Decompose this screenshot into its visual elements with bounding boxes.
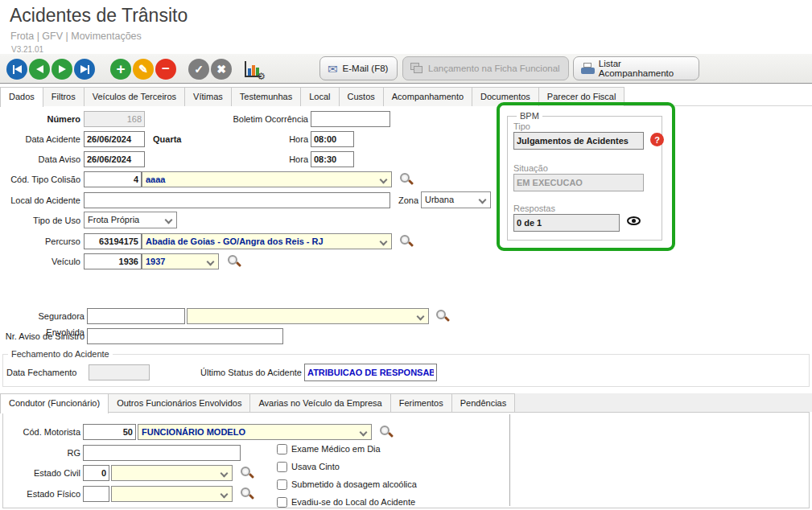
previous-record-button[interactable] [29,59,50,80]
cancel-button[interactable]: ✖ [211,59,232,80]
accident-window: Acidentes de Trânsito Frota | GFV | Movi… [0,0,812,510]
eye-icon[interactable] [627,216,641,225]
last-record-button[interactable] [74,59,95,80]
hora-aviso-label: Hora [241,151,308,167]
percurso-code-field[interactable] [84,233,142,249]
percurso-search-icon[interactable] [399,234,414,249]
bpm-situacao-field [513,174,644,191]
checkbox-label: Exame Médico em Dia [291,444,381,454]
confirm-button[interactable]: ✓ [188,59,209,80]
main-tab-strip: Dados Filtros Veículos de Terceiros Víti… [0,87,812,106]
tab-filtros[interactable]: Filtros [43,87,84,106]
rg-field[interactable] [83,445,241,461]
seguradora-search-icon[interactable] [435,309,450,323]
usava-cinto-checkbox[interactable] [277,462,287,472]
checkbox-evadiu-local[interactable]: Evadiu-se do Local do Acidente [277,496,415,508]
seguradora-code-field[interactable] [87,308,185,324]
email-button-label: E-Mail (F8) [343,64,389,73]
veiculo-search-icon[interactable] [227,254,241,269]
motorista-label: Cód. Motorista [0,424,80,440]
zona-select[interactable]: Urbana [421,191,491,208]
first-record-button[interactable] [6,59,27,80]
ultimo-status-label: Último Status do Acidente [185,364,302,380]
tab-testemunhas[interactable]: Testemunhas [231,87,301,106]
bpm-respostas-label: Respostas [513,204,555,213]
delete-button[interactable]: − [155,59,176,80]
next-record-button[interactable] [52,59,72,80]
checkbox-usava-cinto[interactable]: Usava Cinto [277,460,340,473]
percurso-combo[interactable]: Abadia de Goias - GO/Angra dos Reis - RJ [142,233,392,249]
boletim-field[interactable] [311,111,390,127]
subtab-outros-funcionarios[interactable]: Outros Funcionários Envolvidos [108,393,250,412]
tab-custos[interactable]: Custos [339,87,384,106]
seguradora-combo[interactable] [187,308,429,324]
estado-fisico-code-field[interactable] [83,486,109,502]
motorista-search-icon[interactable] [379,425,394,439]
gear-icon: ⚙ [257,71,266,82]
weekday-label: Quarta [153,131,201,147]
data-acidente-field[interactable] [84,131,145,147]
previous-icon [36,65,43,73]
tab-acompanhamento[interactable]: Acompanhamento [383,87,472,106]
help-icon[interactable]: ? [650,133,664,146]
estado-fisico-label: Estado Físico [0,486,80,502]
tipo-uso-select[interactable]: Frota Própria [84,212,177,228]
checkbox-dosagem-alcoolica[interactable]: Submetido à dosagem alcoólica [277,478,417,491]
tab-dados[interactable]: Dados [0,87,43,107]
tipo-colisao-label: Cód. Tipo Colisão [0,171,80,187]
subtab-avarias[interactable]: Avarias no Veículo da Empresa [249,393,390,412]
estado-fisico-combo[interactable] [111,486,233,502]
subtab-condutor[interactable]: Condutor (Funcionário) [0,393,109,413]
subtab-ferimentos[interactable]: Ferimentos [390,393,452,412]
tab-veiculos-terceiros[interactable]: Veículos de Terceiros [84,87,185,106]
panel-divider [509,414,510,506]
rg-label: RG [0,445,80,461]
percurso-label: Percurso [0,233,80,249]
listar-acompanhamento-button[interactable]: Listar Acompanhamento [573,56,699,80]
estado-fisico-search-icon[interactable] [240,487,254,501]
bpm-tipo-field [513,132,644,150]
edit-button[interactable]: ✎ [133,59,154,80]
local-acidente-label: Local do Acidente [0,192,80,208]
evadiu-local-checkbox[interactable] [277,497,287,508]
add-button[interactable]: + [110,59,131,80]
estado-civil-combo[interactable] [111,465,233,481]
hora-acidente-label: Hora [241,131,308,147]
email-button[interactable]: ✉ E-Mail (F8) [319,56,398,80]
page-title: Acidentes de Trânsito [10,5,188,27]
subtab-pendencias[interactable]: Pendências [451,393,516,412]
tipo-colisao-code-field[interactable] [84,171,142,187]
data-acidente-label: Data Acidente [0,131,80,147]
hora-aviso-field[interactable] [311,151,354,167]
tipo-colisao-search-icon[interactable] [399,172,414,187]
local-acidente-field[interactable] [84,192,390,208]
checkbox-exame-medico[interactable]: Exame Médico em Dia [277,442,381,455]
tipo-uso-label: Tipo de Uso [0,212,80,228]
dosagem-alcoolica-checkbox[interactable] [277,479,287,490]
motorista-code-field[interactable] [83,424,136,440]
numero-label: Número [0,111,80,127]
envelope-icon: ✉ [328,63,338,75]
chart-settings-icon[interactable]: ⚙ [243,59,264,80]
tipo-colisao-combo[interactable]: aaaa [142,171,392,187]
numero-field [84,111,145,127]
bpm-tipo-label: Tipo [513,121,530,131]
estado-civil-search-icon[interactable] [240,466,254,480]
motorista-combo[interactable]: FUNCIONÁRIO MODELO [138,424,372,440]
estado-civil-code-field[interactable] [83,465,109,481]
exame-medico-checkbox[interactable] [277,444,287,454]
aviso-sinistro-field[interactable] [87,328,283,344]
listar-button-label: Listar Acompanhamento [599,59,691,78]
fechamento-legend: Fechamento do Acidente [8,349,113,359]
bpm-situacao-label: Situação [513,163,548,173]
data-aviso-field[interactable] [84,151,145,167]
hora-acidente-field[interactable] [311,131,354,147]
veiculo-combo[interactable]: 1937 [142,253,219,269]
tab-vitimas[interactable]: Vítimas [184,87,232,106]
tab-local[interactable]: Local [300,87,339,106]
estado-civil-label: Estado Civil [0,465,80,481]
veiculo-code-field[interactable] [84,253,142,269]
data-aviso-label: Data Aviso [0,151,80,167]
seguradora-label: Seguradora Envolvida [0,308,84,324]
aviso-sinistro-label: Nr. Aviso de Sinistro [0,328,84,344]
